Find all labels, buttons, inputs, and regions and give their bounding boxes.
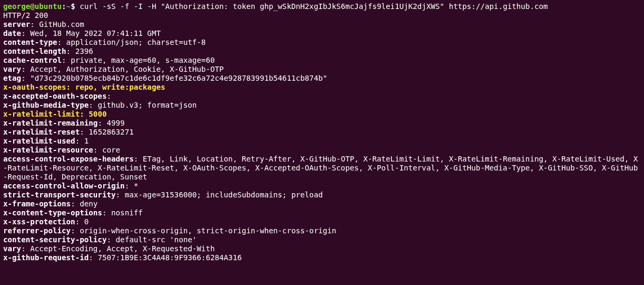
header-key: content-security-policy [3,235,106,244]
header-key: cache-control [3,56,62,64]
header-sep: : [62,56,71,64]
header-key: referrer-policy [3,226,71,235]
header-value: GitHub.com [39,20,84,28]
header-key: x-frame-options [3,200,71,208]
header-value: default-src 'none' [116,235,197,244]
header-sep: : [89,253,97,262]
header-sep: : [75,137,84,145]
header-value: repo, write:packages [75,83,165,91]
header-sep: : [80,128,89,136]
header-sep: : [21,74,30,82]
header-sep: : [106,235,115,244]
header-sep: : [97,119,106,127]
header-value: Accept-Encoding, Accept, X-Requested-Wit… [30,244,214,253]
header-sep: : [134,155,143,163]
header-value: private, max-age=60, s-maxage=60 [71,56,214,64]
header-key: x-xss-protection [3,217,75,226]
header-sep: : [21,65,30,73]
header-key: server [3,20,30,28]
header-key: content-length [3,47,66,55]
header-key: vary [3,244,21,253]
header-key: date [3,29,21,37]
prompt-user-host: george@ubuntu [3,2,62,11]
header-value: nosniff [111,208,143,217]
header-key: x-ratelimit-reset [3,128,80,136]
header-value: 2396 [75,47,93,55]
header-key: x-ratelimit-limit [3,110,80,118]
header-value: origin-when-cross-origin, strict-origin-… [80,226,336,235]
header-sep: : [66,47,75,55]
header-sep: : [102,208,111,217]
header-sep: : [80,110,89,118]
header-value: application/json; charset=utf-8 [66,38,206,46]
command-text: curl -sS -f -I -H "Authorization: token … [80,2,548,11]
header-value: 4999 [106,119,124,127]
header-value: github.v3; format=json [97,101,197,109]
header-key: access-control-allow-origin [3,182,125,190]
terminal-output[interactable]: george@ubuntu:~$ curl -sS -f -I -H "Auth… [0,0,644,264]
header-value: 1 [84,137,89,145]
header-key: x-ratelimit-resource [3,146,93,154]
header-key: x-accepted-oauth-scopes [3,92,106,100]
header-key: vary [3,65,21,73]
header-key: strict-transport-security [3,191,116,199]
header-sep: : [89,101,97,109]
header-value: "d73c2920b0785ecb84b7c1de6c1df9efe32c6a7… [30,74,327,82]
header-sep: : [21,29,30,37]
prompt-path: ~ [66,2,71,11]
header-key: x-github-request-id [3,253,89,262]
header-value: 7507:1B9E:3C4A48:9F9366:6284A316 [97,253,241,262]
header-value: core [102,146,120,154]
header-value: 5000 [89,110,106,118]
header-key: x-ratelimit-remaining [3,119,97,127]
header-sep: : [30,20,39,28]
header-sep: : [71,226,80,235]
header-sep: : [57,38,66,46]
header-sep: : [106,92,115,100]
header-value: 1652863271 [89,128,133,136]
header-value: * [134,182,139,190]
header-sep: : [93,146,102,154]
prompt-colon: : [62,2,66,11]
header-sep: : [75,217,84,226]
header-key: access-control-expose-headers [3,155,134,163]
header-value: deny [80,200,97,208]
prompt-sigil: $ [71,2,80,11]
header-sep: : [21,244,30,253]
http-status-line: HTTP/2 200 [3,11,48,20]
prompt: george@ubuntu:~$ [3,2,80,11]
header-key: etag [3,74,21,82]
header-value: max-age=31536000; includeSubdomains; pre… [125,191,323,199]
header-sep: : [66,83,75,91]
header-sep: : [125,182,134,190]
header-key: x-oauth-scopes [3,83,66,91]
header-sep: : [71,200,80,208]
header-key: x-content-type-options [3,208,102,217]
header-value: 0 [84,217,89,226]
header-key: x-github-media-type [3,101,89,109]
header-value: Wed, 18 May 2022 07:41:11 GMT [30,29,161,37]
header-key: content-type [3,38,57,46]
header-key: x-ratelimit-used [3,137,75,145]
header-value: Accept, Authorization, Cookie, X-GitHub-… [30,65,223,73]
header-sep: : [116,191,125,199]
